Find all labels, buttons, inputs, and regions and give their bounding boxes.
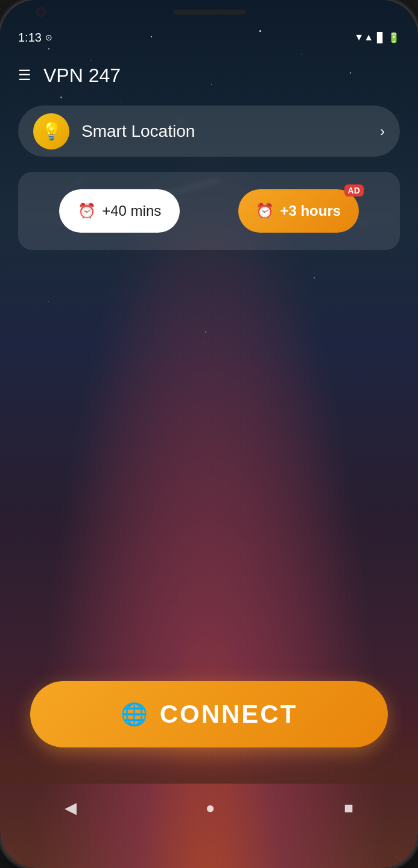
speaker-grille (173, 10, 245, 14)
status-time: 1:13 (18, 31, 42, 45)
location-arrow-icon: › (380, 123, 385, 140)
phone-screen: 1:13 ⊙ ▼▲ ▊ 🔋 ☰ VPN 247 💡 Smart Location… (0, 0, 418, 868)
app-title: VPN 247 (43, 64, 121, 87)
status-left: 1:13 ⊙ (18, 31, 52, 45)
bottom-navigation: ◀ ● ■ (0, 784, 418, 832)
signal-icon: ▊ (377, 32, 384, 43)
status-right: ▼▲ ▊ 🔋 (354, 32, 400, 43)
ad-badge: AD (344, 184, 364, 197)
lightning-icon: 💡 (41, 121, 62, 141)
location-icon-circle: 💡 (33, 113, 69, 149)
status-notification-icon: ⊙ (45, 33, 52, 42)
wifi-icon: ▼▲ (354, 32, 373, 43)
status-bar: 1:13 ⊙ ▼▲ ▊ 🔋 (0, 25, 418, 49)
clock-icon-1: ⏰ (78, 203, 96, 219)
timer-3hours-label: +3 hours (280, 203, 341, 219)
location-label: Smart Location (81, 122, 380, 141)
timer-40mins-label: +40 mins (102, 203, 161, 219)
smart-location-button[interactable]: 💡 Smart Location › (18, 105, 400, 157)
home-button[interactable]: ● (206, 799, 215, 817)
globe-icon: 🌐 (121, 702, 148, 727)
battery-icon: 🔋 (388, 32, 400, 43)
menu-icon[interactable]: ☰ (18, 67, 31, 84)
back-button[interactable]: ◀ (65, 799, 77, 817)
connect-button[interactable]: 🌐 CONNECT (30, 681, 388, 747)
connect-label: CONNECT (160, 700, 298, 729)
timer-section: ⏰ +40 mins ⏰ +3 hours AD (18, 172, 400, 250)
timer-40mins-button[interactable]: ⏰ +40 mins (59, 189, 180, 233)
app-header: ☰ VPN 247 (0, 54, 418, 96)
front-camera (36, 7, 46, 17)
notch-area (0, 0, 418, 24)
clock-icon-2: ⏰ (256, 203, 274, 219)
timer-3hours-button[interactable]: ⏰ +3 hours AD (238, 189, 359, 233)
phone-device: 1:13 ⊙ ▼▲ ▊ 🔋 ☰ VPN 247 💡 Smart Location… (0, 0, 418, 868)
recent-apps-button[interactable]: ■ (344, 799, 353, 817)
